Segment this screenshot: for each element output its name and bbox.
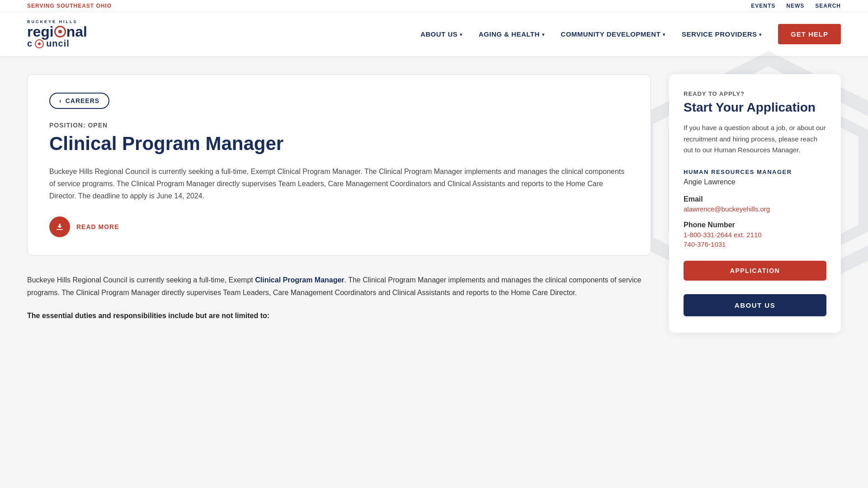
application-button[interactable]: APPLICATION (684, 261, 826, 281)
logo-council-o (35, 39, 44, 48)
chevron-down-icon: ▾ (542, 32, 545, 37)
sidebar-card: READY TO APPLY? Start Your Application I… (669, 74, 841, 333)
body-paragraph: Buckeye Hills Regional Council is curren… (27, 274, 651, 299)
arrow-left-icon: ‹ (59, 97, 62, 104)
job-title: Clinical Program Manager (49, 133, 629, 154)
about-us-button[interactable]: ABOUT US (684, 294, 826, 316)
phone1-link[interactable]: 1-800-331-2644 ext. 2110 (684, 231, 826, 239)
logo-council-text: cuncil (27, 38, 87, 49)
hr-name: Angie Lawrence (684, 178, 826, 186)
download-icon (55, 222, 64, 231)
logo-main-text: reginal (27, 25, 87, 38)
sidebar: READY TO APPLY? Start Your Application I… (669, 74, 841, 333)
phone-label: Phone Number (684, 221, 826, 229)
read-more-row: READ MORE (49, 216, 629, 237)
nav-community-dev[interactable]: COMMUNITY DEVELOPMENT ▾ (561, 30, 665, 38)
serving-label: SERVING SOUTHEAST OHIO (27, 3, 112, 9)
chevron-down-icon: ▾ (663, 32, 665, 37)
logo-o-circle (54, 26, 66, 38)
main-nav: ABOUT US ▾ AGING & HEALTH ▾ COMMUNITY DE… (420, 24, 841, 44)
search-link[interactable]: SEARCH (815, 3, 841, 9)
top-bar: SERVING SOUTHEAST OHIO EVENTS NEWS SEARC… (0, 0, 868, 12)
logo[interactable]: BUCKEYE HILLS reginal cuncil (27, 19, 87, 49)
sidebar-title: Start Your Application (684, 100, 826, 115)
header: BUCKEYE HILLS reginal cuncil ABOUT US ▾ … (0, 12, 868, 56)
read-more-button[interactable] (49, 216, 70, 237)
read-more-link[interactable]: READ MORE (76, 223, 119, 230)
sidebar-description: If you have a question about a job, or a… (684, 122, 826, 156)
nav-aging-health[interactable]: AGING & HEALTH ▾ (479, 30, 545, 38)
phone2-link[interactable]: 740-376-1031 (684, 240, 826, 248)
main-content: ‹ CAREERS POSITION: OPEN Clinical Progra… (0, 56, 868, 351)
logo-text: BUCKEYE HILLS reginal cuncil (27, 19, 87, 49)
careers-back-link[interactable]: ‹ CAREERS (49, 93, 109, 109)
email-label: Email (684, 195, 826, 203)
content-column: ‹ CAREERS POSITION: OPEN Clinical Progra… (27, 74, 651, 333)
position-label: POSITION: OPEN (49, 122, 629, 129)
news-link[interactable]: NEWS (786, 3, 804, 9)
chevron-down-icon: ▾ (759, 32, 762, 37)
ready-label: READY TO APPLY? (684, 90, 826, 97)
events-link[interactable]: EVENTS (751, 3, 775, 9)
nav-about-us[interactable]: ABOUT US ▾ (420, 30, 462, 38)
essential-duties-heading: The essential duties and responsibilitie… (27, 312, 651, 320)
chevron-down-icon: ▾ (460, 32, 462, 37)
get-help-button[interactable]: GET HELP (778, 24, 841, 44)
top-bar-links: EVENTS NEWS SEARCH (751, 3, 841, 9)
hr-email-link[interactable]: alawrence@buckeyehills.org (684, 205, 826, 213)
nav-service-providers[interactable]: SERVICE PROVIDERS ▾ (682, 30, 762, 38)
job-card-description: Buckeye Hills Regional Council is curren… (49, 165, 629, 202)
job-card: ‹ CAREERS POSITION: OPEN Clinical Progra… (27, 74, 651, 256)
hr-section-title: HUMAN RESOURCES MANAGER (684, 169, 826, 175)
